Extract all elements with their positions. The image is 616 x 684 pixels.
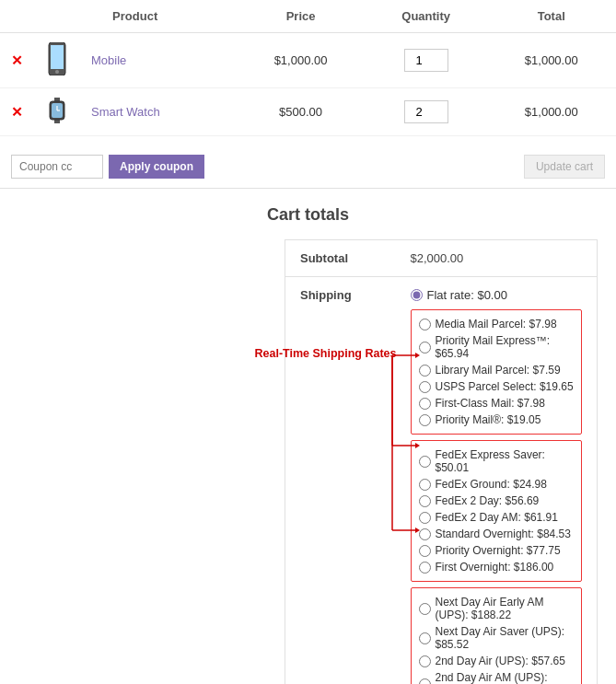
fedex-option-5-radio[interactable]: [419, 545, 431, 557]
col-product-header: Product: [34, 0, 236, 33]
shipping-option: FedEx 2 Day AM: $61.91: [419, 509, 575, 526]
flat-rate-option: Flat rate: $0.00: [411, 288, 583, 302]
fedex-option-0-label: FedEx Express Saver: $50.01: [436, 448, 575, 474]
usps-option-4-radio[interactable]: [419, 398, 431, 410]
shipping-option: Media Mail Parcel: $7.98: [419, 316, 575, 332]
shipping-row: Shipping Flat rate: $0.00: [285, 277, 598, 685]
coupon-left: Apply coupon: [11, 155, 204, 179]
fedex-option-1-label: FedEx Ground: $24.98: [436, 478, 547, 491]
watch-icon: [48, 98, 66, 123]
shipping-option: 2nd Day Air (UPS): $57.65: [419, 653, 575, 669]
remove-watch[interactable]: ✕: [0, 88, 34, 136]
flat-rate-radio[interactable]: [411, 289, 423, 301]
fedex-option-5-label: Priority Overnight: $77.75: [436, 544, 561, 557]
remove-icon[interactable]: ✕: [11, 104, 23, 120]
shipping-option: FedEx Ground: $24.98: [419, 476, 575, 493]
usps-option-1-label: Priority Mail Express™: $65.94: [436, 334, 575, 360]
shipping-option: Next Day Air Early AM (UPS): $188.22: [419, 594, 575, 623]
ups-option-3-label: 2nd Day Air AM (UPS): $62.96: [436, 671, 575, 684]
fedex-option-1-radio[interactable]: [419, 479, 431, 491]
ups-option-2-radio[interactable]: [419, 655, 431, 667]
product-link-mobile[interactable]: Mobile: [91, 53, 126, 67]
usps-shipping-box: Media Mail Parcel: $7.98 Priority Mail E…: [411, 309, 583, 435]
svg-rect-1: [51, 45, 64, 69]
ups-option-1-radio[interactable]: [419, 632, 431, 644]
fedex-option-2-label: FedEx 2 Day: $56.69: [436, 494, 540, 507]
coupon-input[interactable]: [11, 155, 103, 179]
apply-coupon-button[interactable]: Apply coupon: [109, 155, 204, 179]
annotation-col: Real-Time Shipping Rates: [254, 346, 397, 360]
ups-option-0-label: Next Day Air Early AM (UPS): $188.22: [436, 596, 575, 621]
shipping-option: Library Mail Parcel: $7.59: [419, 362, 575, 378]
flat-rate-label-text: Flat rate: $0.00: [427, 288, 507, 302]
usps-option-0-radio[interactable]: [419, 319, 431, 330]
fedex-option-3-radio[interactable]: [419, 512, 431, 524]
realtime-shipping-container: Real-Time Shipping Rates: [411, 309, 583, 684]
shipping-option: Next Day Air Saver (UPS): $85.52: [419, 623, 575, 653]
remove-icon[interactable]: ✕: [11, 52, 23, 68]
subtotal-label: Subtotal: [285, 240, 396, 277]
ups-option-0-radio[interactable]: [419, 603, 431, 615]
ups-option-2-label: 2nd Day Air (UPS): $57.65: [436, 655, 565, 667]
fedex-option-2-radio[interactable]: [419, 495, 431, 507]
col-total-header: Total: [487, 0, 617, 33]
coupon-row: Apply coupon Update cart: [0, 145, 616, 189]
ups-option-1-label: Next Day Air Saver (UPS): $85.52: [436, 625, 575, 651]
shipping-value: Flat rate: $0.00 Real-Time Shipping Rate…: [396, 277, 598, 685]
fedex-option-6-label: First Overnight: $186.00: [436, 561, 554, 574]
totals-table: Subtotal $2,000.00 Shipping Flat rate: $…: [285, 239, 598, 684]
svg-point-2: [55, 70, 59, 74]
qty-watch[interactable]: [366, 88, 487, 136]
col-price-header: Price: [236, 0, 365, 33]
totals-wrapper: Subtotal $2,000.00 Shipping Flat rate: $…: [9, 239, 607, 684]
shipping-option: Priority Mail®: $19.05: [419, 412, 575, 428]
fedex-option-4-label: Standard Overnight: $84.53: [436, 527, 571, 540]
fedex-option-4-radio[interactable]: [419, 528, 431, 540]
svg-rect-3: [54, 98, 60, 101]
product-name-watch[interactable]: Smart Watch: [80, 88, 236, 136]
product-price-watch: $500.00: [236, 88, 365, 136]
col-quantity-header: Quantity: [366, 0, 487, 33]
qty-mobile[interactable]: [366, 33, 487, 88]
usps-option-2-label: Library Mail Parcel: $7.59: [436, 364, 561, 377]
col-remove: [0, 0, 34, 33]
product-icon-mobile: [34, 33, 80, 88]
fedex-option-6-radio[interactable]: [419, 562, 431, 574]
ups-shipping-box: Next Day Air Early AM (UPS): $188.22 Nex…: [411, 587, 583, 684]
product-icon-watch: [34, 88, 80, 136]
product-total-watch: $1,000.00: [487, 88, 617, 136]
qty-input-watch[interactable]: [404, 100, 448, 123]
product-price-mobile: $1,000.00: [236, 33, 365, 88]
ups-option-3-radio[interactable]: [419, 678, 431, 685]
product-name-mobile[interactable]: Mobile: [80, 33, 236, 88]
fedex-option-3-label: FedEx 2 Day AM: $61.91: [436, 511, 558, 524]
shipping-option: FedEx 2 Day: $56.69: [419, 493, 575, 509]
usps-option-4-label: First-Class Mail: $7.98: [436, 397, 545, 410]
product-total-mobile: $1,000.00: [487, 33, 617, 88]
subtotal-value: $2,000.00: [396, 240, 598, 277]
shipping-option: USPS Parcel Select: $19.65: [419, 378, 575, 395]
table-row: ✕ Smart Watch $500.00 $1,000.00: [0, 88, 616, 136]
fedex-option-0-radio[interactable]: [419, 456, 431, 468]
usps-option-3-radio[interactable]: [419, 381, 431, 393]
shipping-boxes: Media Mail Parcel: $7.98 Priority Mail E…: [411, 309, 583, 684]
fedex-shipping-box: FedEx Express Saver: $50.01 FedEx Ground…: [411, 440, 583, 582]
cart-table: Product Price Quantity Total ✕ Mobile $1…: [0, 0, 616, 136]
shipping-option: Priority Overnight: $77.75: [419, 542, 575, 559]
cart-totals-section: Cart totals Subtotal $2,000.00 Shipping: [0, 205, 616, 684]
shipping-option: Priority Mail Express™: $65.94: [419, 332, 575, 362]
usps-option-5-radio[interactable]: [419, 414, 431, 426]
shipping-option: Standard Overnight: $84.53: [419, 526, 575, 542]
mobile-icon: [47, 42, 67, 75]
usps-option-5-label: Priority Mail®: $19.05: [436, 413, 541, 426]
update-cart-button[interactable]: Update cart: [524, 155, 605, 179]
annotation-label-text: Real-Time Shipping Rates: [255, 347, 397, 360]
qty-input-mobile[interactable]: [404, 49, 448, 72]
usps-option-1-radio[interactable]: [419, 342, 431, 354]
shipping-label: Shipping: [285, 277, 396, 685]
remove-mobile[interactable]: ✕: [0, 33, 34, 88]
usps-option-2-radio[interactable]: [419, 365, 431, 377]
shipping-option: First Overnight: $186.00: [419, 559, 575, 575]
shipping-option: 2nd Day Air AM (UPS): $62.96: [419, 669, 575, 684]
product-link-watch[interactable]: Smart Watch: [91, 105, 160, 119]
